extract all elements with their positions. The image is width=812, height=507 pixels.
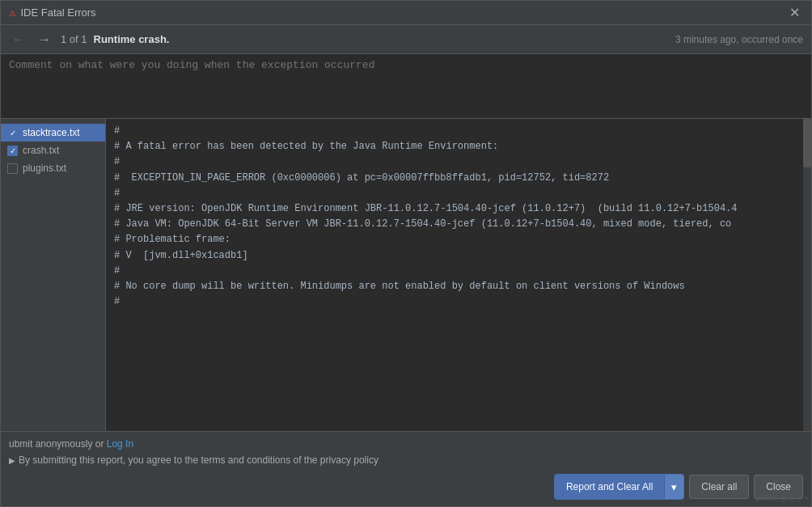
file-name-plugins: plugins.txt	[23, 163, 66, 174]
code-content: # # A fatal error has been detected by t…	[106, 119, 811, 315]
privacy-line: ▶ By submitting this report, you agree t…	[9, 454, 803, 466]
warning-icon: ⚠	[9, 6, 15, 19]
file-checkbox-crash[interactable]: ✓	[7, 146, 18, 156]
dialog-title: IDE Fatal Errors	[20, 6, 95, 19]
scrollbar-track[interactable]	[803, 119, 811, 431]
comment-input[interactable]	[9, 59, 803, 113]
ide-fatal-errors-dialog: ⚠ IDE Fatal Errors ✕ ← → 1 of 1 Runtime …	[0, 0, 812, 507]
title-bar-left: ⚠ IDE Fatal Errors	[9, 6, 96, 19]
privacy-text: By submitting this report, you agree to …	[19, 454, 379, 466]
file-list: ✓ stacktrace.txt ✓ crash.txt plugins.txt	[1, 119, 106, 431]
report-dropdown-button[interactable]: ▾	[664, 475, 683, 499]
file-item-crash[interactable]: ✓ crash.txt	[1, 142, 105, 159]
error-counter: 1 of 1	[61, 33, 87, 45]
dropdown-arrow-icon: ▾	[671, 481, 677, 493]
error-timestamp: 3 minutes ago, occurred once	[675, 34, 803, 45]
file-checkbox-stacktrace[interactable]: ✓	[7, 128, 18, 138]
bottom-bar: ubmit anonymously or Log In ▶ By submitt…	[1, 431, 811, 506]
action-row: Report and Clear All ▾ Clear all Close	[9, 474, 803, 500]
comment-area	[1, 54, 811, 119]
back-button[interactable]: ←	[9, 31, 28, 49]
file-item-plugins[interactable]: plugins.txt	[1, 159, 105, 177]
report-button-group: Report and Clear All ▾	[554, 474, 684, 500]
error-title: Runtime crash.	[94, 33, 170, 45]
close-icon[interactable]: ✕	[786, 5, 803, 20]
file-checkbox-plugins[interactable]	[7, 163, 18, 174]
submit-line: ubmit anonymously or Log In	[9, 438, 803, 450]
submit-anonymous-text: ubmit anonymously or	[9, 438, 104, 450]
file-item-stacktrace[interactable]: ✓ stacktrace.txt	[1, 124, 105, 142]
privacy-arrow-icon[interactable]: ▶	[9, 456, 15, 465]
clear-all-button[interactable]: Clear all	[689, 475, 749, 499]
file-name-stacktrace: stacktrace.txt	[23, 127, 80, 138]
nav-bar: ← → 1 of 1 Runtime crash. 3 minutes ago,…	[1, 25, 811, 54]
title-bar: ⚠ IDE Fatal Errors ✕	[1, 1, 811, 25]
login-link[interactable]: Log In	[107, 438, 133, 450]
report-and-clear-all-button[interactable]: Report and Clear All	[555, 475, 664, 499]
code-view[interactable]: # # A fatal error has been detected by t…	[106, 119, 811, 431]
file-name-crash: crash.txt	[23, 145, 59, 156]
main-area: ✓ stacktrace.txt ✓ crash.txt plugins.txt…	[1, 119, 811, 431]
nav-left: ← → 1 of 1 Runtime crash.	[9, 31, 169, 49]
forward-button[interactable]: →	[35, 31, 54, 49]
scrollbar-thumb[interactable]	[803, 119, 811, 167]
watermark: CSDN @树子+	[755, 492, 809, 504]
